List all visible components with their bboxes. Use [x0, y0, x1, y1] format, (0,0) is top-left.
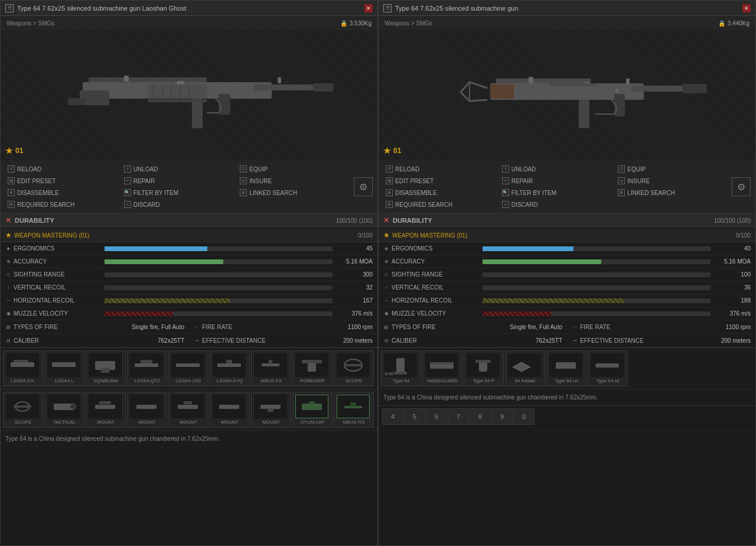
discard-button-right[interactable]: ⚔ DISCARD	[500, 199, 614, 210]
vrecoil-bar-right	[483, 285, 711, 290]
attach-type64sil[interactable]: Type 64 sil	[588, 350, 628, 386]
attach-mbusrs[interactable]: MBUS RS	[334, 392, 374, 428]
fire-rate-left: ⋯ FIRE RATE 1100 rpm	[189, 320, 377, 333]
svg-rect-39	[99, 401, 111, 404]
svg-rect-58	[626, 79, 630, 84]
durability-header-right: ✕ DURABILITY 100/100 (100)	[379, 214, 755, 228]
equip-icon-right: ⊡	[618, 165, 625, 173]
attach-type64p[interactable]: Type 64 P	[464, 350, 504, 386]
svg-rect-49	[350, 402, 356, 407]
attach-lsg64xyq[interactable]: LSG64-XYQ	[210, 350, 250, 386]
reload-button-right[interactable]: ↺ RELOAD	[383, 164, 497, 174]
svg-point-60	[615, 89, 619, 92]
unload-icon-left: ⇧	[124, 165, 131, 173]
attach-64foldabi[interactable]: 64 foldabi	[505, 350, 545, 386]
required-search-icon-right: ⊞	[386, 201, 393, 208]
required-search-button-left[interactable]: ⊞ REQUIRED SEARCH	[5, 199, 119, 210]
attach-scope2[interactable]: SCOPE	[3, 392, 43, 428]
disassemble-button-right[interactable]: ⊕ DISASSEMBLE	[383, 187, 497, 198]
attach-mbusfs[interactable]: MBUS FS	[251, 350, 291, 386]
discard-button-left[interactable]: ⚔ DISCARD	[122, 199, 236, 210]
weight-right: 🔒 3.440Kg	[718, 20, 750, 27]
linked-search-button-right[interactable]: ⊞ LINKED SEARCH	[615, 187, 729, 198]
attach-foregrip[interactable]: FOREGRIP	[292, 350, 333, 386]
attach-lsg64jxg[interactable]: LSG64-JXG	[168, 350, 208, 386]
attach-img-mount4	[213, 395, 246, 418]
attach-img-mbusfs	[254, 353, 287, 377]
discard-icon-left: ⚔	[124, 201, 131, 208]
svg-rect-59	[490, 84, 514, 99]
attach-tactical[interactable]: TACTICAL	[44, 392, 84, 428]
required-search-button-right[interactable]: ⊞ REQUIRED SEARCH	[383, 199, 497, 210]
tab-0[interactable]: 0	[513, 408, 535, 425]
attach-label-lsg64jxg: LSG64-JXG	[171, 378, 206, 384]
attach-mount4[interactable]: MOUNT	[210, 392, 250, 428]
stats-area-right: ✕ DURABILITY 100/100 (100) ★ WEAPON MAST…	[379, 214, 755, 545]
insure-button-right[interactable]: ◎ INSURE	[615, 176, 729, 186]
attach-mount1[interactable]: MOUNT	[86, 392, 126, 428]
close-button-right[interactable]: ✕	[742, 4, 751, 12]
attach-label-lsg64qtz: LSG64-QTZ	[130, 378, 164, 384]
sighting-icon-left: ◇	[5, 272, 11, 278]
attach-sqwbuma[interactable]: SQWBUMA	[86, 350, 126, 386]
attach-lsg64qtz[interactable]: LSG64-QTZ	[127, 350, 167, 386]
edit-preset-button-right[interactable]: ▤ EDIT PRESET	[383, 176, 497, 186]
description-left: Type 64 is a China designed silenced sub…	[1, 430, 377, 447]
effective-dist-right: ⊸ EFFECTIVE DISTANCE 200 meters	[567, 334, 755, 347]
tab-4[interactable]: 4	[382, 408, 403, 425]
close-button-left[interactable]: ✕	[364, 4, 373, 12]
weight-right-value: 3.440Kg	[728, 20, 750, 27]
attach-mount5[interactable]: MOUNT	[251, 392, 291, 428]
gear-button-left[interactable]: ⚙	[354, 177, 373, 196]
ergonomics-row-right: ◈ ERGONOMICS 40	[379, 242, 755, 255]
attach-label-scope2: SCOPE	[6, 420, 40, 425]
svg-rect-38	[95, 405, 115, 409]
accuracy-icon-left: ⊕	[5, 259, 11, 265]
insure-icon-right: ◎	[618, 177, 625, 184]
tab-9[interactable]: 9	[491, 408, 513, 425]
reload-button-left[interactable]: ↺ RELOAD	[5, 164, 119, 174]
filter-by-item-button-right[interactable]: 🔍 FILTER BY ITEM	[500, 187, 614, 198]
insure-button-left[interactable]: ◎ INSURE	[237, 176, 351, 186]
tab-8[interactable]: 8	[470, 408, 491, 425]
actions-area-left: ↺ RELOAD ▤ EDIT PRESET ⊕ DISASSEMBLE ⊞ R…	[1, 160, 377, 214]
dist-icon-left: ⊸	[194, 337, 200, 343]
attach-lsg64dx[interactable]: LSG64-DX-	[3, 350, 43, 386]
tab-6[interactable]: 6	[426, 408, 447, 425]
attach-type64-mag[interactable]: 0/30 Type 64	[381, 350, 421, 386]
attach-scope1[interactable]: SCOPE	[334, 350, 374, 386]
stats-area-left: ✕ DURABILITY 100/100 (100) ★ WEAPON MAST…	[1, 214, 377, 545]
number-tabs: 4 5 6 7 8 9 0	[379, 405, 755, 427]
hrecoil-bar-right	[483, 298, 711, 303]
breadcrumb-right-text: Weapons > SMGs	[384, 20, 432, 27]
attach-mount2[interactable]: MOUNT	[127, 392, 167, 428]
attach-label-mbusfs: MBUS FS	[254, 378, 288, 384]
svg-rect-26	[217, 363, 241, 367]
edit-preset-button-left[interactable]: ▤ EDIT PRESET	[5, 176, 119, 186]
repair-button-left[interactable]: ✂ REPAIR	[122, 176, 236, 186]
equip-button-left[interactable]: ⊡ EQUIP	[237, 164, 351, 174]
unload-button-right[interactable]: ⇧ UNLOAD	[500, 164, 614, 174]
attach-otum02p[interactable]: OTUM-02P	[292, 392, 333, 428]
attach-label-lsg64dx: LSG64-DX-	[6, 378, 40, 384]
filter-by-item-button-left[interactable]: 🔍 FILTER BY ITEM	[122, 187, 236, 198]
attach-img-lsg64dx	[6, 353, 39, 377]
tab-7[interactable]: 7	[448, 408, 469, 425]
panel-right: ☰ Type 64 7.62x25 silenced submachine gu…	[378, 0, 756, 546]
unload-button-left[interactable]: ⇧ UNLOAD	[122, 164, 236, 174]
svg-rect-56	[579, 100, 589, 128]
linked-search-button-left[interactable]: ⊞ LINKED SEARCH	[237, 187, 351, 198]
attach-mount3[interactable]: MOUNT	[168, 392, 208, 428]
gear-button-right[interactable]: ⚙	[732, 177, 751, 196]
svg-rect-11	[148, 84, 207, 99]
attach-handguard[interactable]: HANDGUARD	[422, 350, 462, 386]
required-search-icon-left: ⊞	[8, 201, 15, 208]
attach-type64co[interactable]: Type 64 co	[546, 350, 586, 386]
disassemble-button-left[interactable]: ⊕ DISASSEMBLE	[5, 187, 119, 198]
equip-button-right[interactable]: ⊡ EQUIP	[615, 164, 729, 174]
attach-label-mount3: MOUNT	[171, 420, 206, 425]
attach-lsg64l[interactable]: LSG64 L	[44, 350, 84, 386]
repair-button-right[interactable]: ✂ REPAIR	[500, 176, 614, 186]
attachments-area-left-2: SCOPE TACTICAL MOUNT MOUNT	[1, 389, 377, 430]
tab-5[interactable]: 5	[404, 408, 425, 425]
